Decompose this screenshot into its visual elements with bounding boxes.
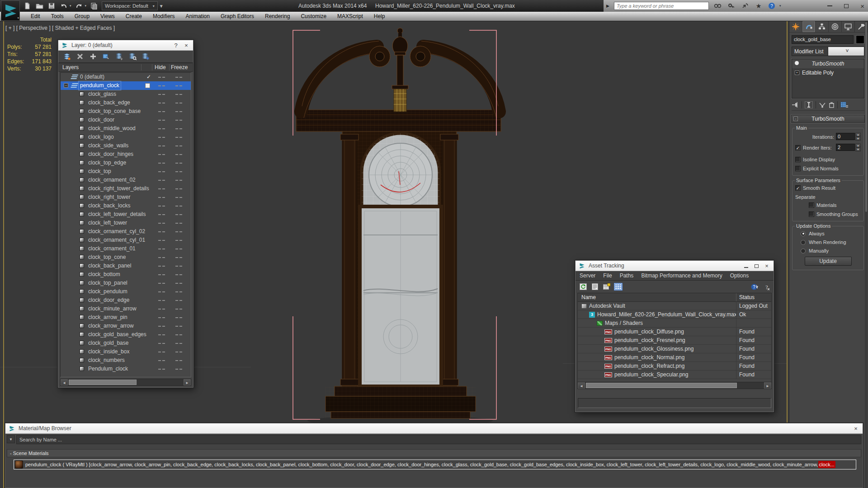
spin-down-icon[interactable]: ▼ [855,137,861,141]
hide-toggle[interactable] [154,202,169,210]
hide-toggle[interactable] [154,141,169,150]
pin-stack-icon[interactable] [792,102,799,108]
menu-item[interactable]: Create [120,13,147,19]
hide-toggle[interactable] [154,193,169,202]
layer-row[interactable]: clock_numbers [61,356,191,365]
help-icon[interactable]: ? [762,283,770,291]
hide-toggle[interactable] [154,124,169,133]
layer-window-titlebar[interactable]: Layer: 0 (default) ? × [58,40,193,51]
radio-when-rendering[interactable]: When Rendering [801,239,861,245]
iterations-stepper[interactable]: 0▲▼ [836,133,861,141]
close-icon[interactable]: × [860,3,864,9]
freeze-toggle[interactable] [171,365,186,373]
freeze-toggle[interactable] [171,296,186,305]
layer-row[interactable]: clock_arrow_pin [61,313,191,322]
layer-row[interactable]: clock_top_cone_base [61,107,191,116]
layer-row[interactable]: −pendulum_clock [61,81,191,90]
freeze-toggle[interactable] [171,159,186,167]
infocenter-search-input[interactable]: Type a keyword or phrase [614,2,709,10]
layer-row[interactable]: clock_back_edge [61,99,191,107]
freeze-toggle[interactable] [171,219,186,227]
menu-item[interactable]: Server [580,272,595,279]
freeze-toggle[interactable] [171,322,186,330]
layer-row[interactable]: clock_right_tower [61,193,191,202]
layer-row[interactable]: clock_logo [61,133,191,141]
update-button[interactable]: Update [805,257,852,266]
freeze-toggle[interactable] [171,287,186,296]
asset-row[interactable]: PNGpendulum_clock_Fresnel.pngFound [578,336,771,345]
column-status[interactable]: Status [736,293,771,301]
hide-toggle[interactable] [154,253,169,262]
layer-row[interactable]: clock_right_tower_details [61,184,191,193]
help-icon[interactable]: ? [172,42,179,49]
layer-row[interactable]: clock_arrow_arrow [61,322,191,330]
freeze-toggle[interactable] [171,167,186,176]
freeze-toggle[interactable] [171,133,186,141]
layer-row[interactable]: clock_left_tower [61,219,191,227]
scroll-right-icon[interactable]: ► [764,382,771,389]
asset-row[interactable]: PNGpendulum_clock_Refract.pngFound [578,362,771,371]
refresh-icon[interactable] [579,283,587,291]
freeze-toggle[interactable] [171,107,186,116]
minimize-icon[interactable] [827,5,832,6]
maximize-icon[interactable] [753,263,760,269]
hide-toggle[interactable] [154,81,169,90]
freeze-toggle[interactable] [171,330,186,339]
hide-toggle[interactable] [154,365,169,373]
material-item-pendulum-clock[interactable]: pendulum_clock ( VRayMtl ) [clock_arrow_… [14,460,856,469]
spin-down-icon[interactable]: ▼ [855,148,861,151]
freeze-toggle[interactable] [171,210,186,219]
hide-toggle[interactable] [154,322,169,330]
menu-item[interactable]: Options [730,272,749,279]
hide-toggle[interactable] [154,296,169,305]
freeze-toggle[interactable] [171,90,186,99]
menu-item[interactable]: Help [368,13,391,19]
hide-toggle[interactable] [154,90,169,99]
asset-row[interactable]: PNGpendulum_clock_Normal.pngFound [578,353,771,362]
undo-dropdown-icon[interactable]: ▾ [70,4,71,8]
select-objects-in-layer-icon[interactable] [115,52,124,61]
layer-row[interactable]: clock_pendulum [61,287,191,296]
explicit-normals-checkbox[interactable] [795,166,801,171]
freeze-toggle[interactable] [171,305,186,313]
asset-tracking-titlebar[interactable]: Asset Tracking × [576,261,774,271]
undo-icon[interactable] [59,1,68,10]
hide-toggle[interactable] [154,99,169,107]
freeze-toggle[interactable] [171,270,186,279]
hide-toggle[interactable] [154,305,169,313]
hide-toggle[interactable] [154,270,169,279]
asset-row[interactable]: Autodesk VaultLogged Out [578,302,771,310]
freeze-toggle[interactable] [171,81,186,90]
freeze-toggle[interactable] [171,253,186,262]
freeze-toggle[interactable] [171,313,186,322]
smoothing-groups-checkbox[interactable] [809,211,814,217]
asset-row[interactable]: PNGpendulum_clock_Diffuse.pngFound [578,328,771,336]
hide-toggle[interactable] [154,159,169,167]
render-iters-stepper[interactable]: 2▲▼ [836,144,861,151]
tab-create[interactable] [789,21,802,32]
rollout-header[interactable]: − TurboSmooth [791,114,865,123]
freeze-toggle[interactable] [171,116,186,124]
viewport-label[interactable]: [ + ] [ Perspective ] [ Shaded + Edged F… [5,25,115,31]
material-search-input[interactable]: Search by Name ... [16,435,861,444]
collapse-toggle[interactable]: − [64,83,68,88]
smooth-result-checkbox[interactable]: ✓ [795,185,801,191]
layer-horizontal-scrollbar[interactable]: ◄ ► [60,379,191,386]
hide-toggle[interactable] [154,184,169,193]
hide-toggle[interactable] [154,347,169,356]
layer-row[interactable]: clock_door [61,116,191,124]
create-new-layer-icon[interactable] [62,52,71,61]
freeze-toggle[interactable] [171,193,186,202]
hide-toggle[interactable] [154,107,169,116]
menu-item[interactable]: Modifiers [147,13,180,19]
layer-row[interactable]: clock_back_locks [61,202,191,210]
column-hide[interactable]: Hide [155,63,166,71]
command-panel-scrollbar[interactable] [865,21,868,488]
freeze-toggle[interactable] [171,347,186,356]
menu-item[interactable]: File [603,272,612,279]
menu-item[interactable]: Rendering [259,13,295,19]
layer-row[interactable]: clock_door_edge [61,296,191,305]
layer-row[interactable]: clock_gold_base [61,339,191,347]
layer-row[interactable]: 0 (default)✓ [61,73,191,81]
column-layers[interactable]: Layers [62,63,79,71]
